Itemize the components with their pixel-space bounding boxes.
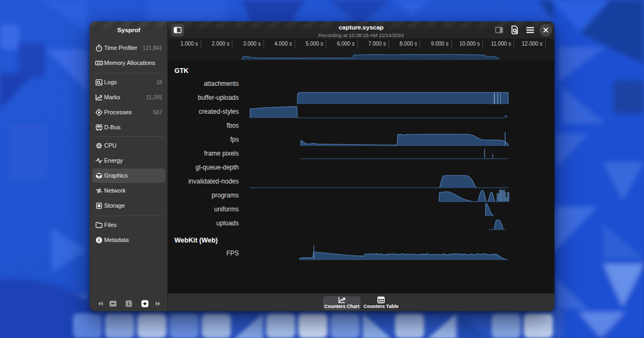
svg-text:1: 1 bbox=[127, 300, 130, 306]
